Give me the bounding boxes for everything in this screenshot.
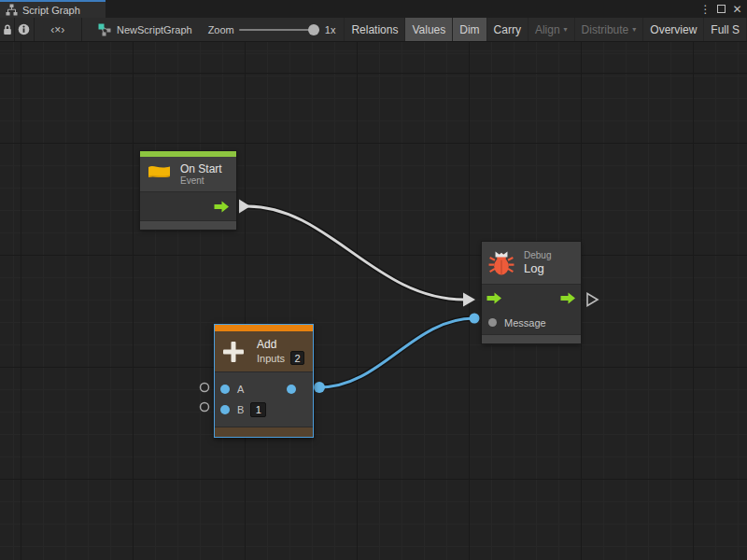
overview-button[interactable]: Overview [642,18,703,41]
debug-message-row: Message [482,311,581,334]
node-title: Add [257,338,304,351]
add-body: A B 1 [215,371,313,427]
graph-asset-icon [98,23,111,36]
debug-log-header[interactable]: Debug Log [482,242,581,284]
lock-button[interactable] [0,18,15,41]
on-start-body [140,191,236,220]
node-debug-log[interactable]: Debug Log Message [482,242,581,343]
zoom-slider-handle[interactable] [308,24,319,35]
input-a-port[interactable] [220,385,230,394]
input-b-value-field[interactable]: 1 [250,402,266,417]
flow-input-port[interactable] [486,292,502,304]
input-a-label: A [237,384,244,395]
dim-button[interactable]: Dim [452,18,486,41]
add-port-a-row: A [215,379,313,399]
info-button[interactable] [15,18,35,41]
zoom-slider[interactable] [239,18,319,41]
add-inputs-row: Inputs 2 [257,351,304,365]
node-add[interactable]: Add Inputs 2 A B 1 [214,324,314,438]
window-titlebar: Script Graph ⋮ ✕ [0,0,747,18]
flow-output-port[interactable] [214,201,230,213]
flag-icon [147,163,171,186]
node-subtitle: Inputs [257,353,285,364]
node-on-start[interactable]: On Start Event [140,151,236,230]
window-menu-button[interactable]: ⋮ [698,0,713,18]
on-start-header[interactable]: On Start Event [140,157,236,191]
flow-output-port[interactable] [560,292,576,304]
close-icon: ✕ [732,4,741,15]
sum-output-port[interactable] [287,385,296,394]
chevron-down-icon: ▾ [564,26,568,34]
graph-canvas[interactable] [0,42,747,560]
graph-asset-reference[interactable]: NewScriptGraph [98,18,192,41]
tab-title: Script Graph [22,5,80,16]
window-controls: ⋮ ✕ [698,0,745,18]
debug-log-titles: Debug Log [524,250,551,275]
script-graph-window: Script Graph ⋮ ✕ ‹×› [0,0,747,560]
message-input-port[interactable] [488,318,497,327]
add-port-b-row: B 1 [215,399,313,420]
close-button[interactable]: ✕ [729,0,745,18]
debug-flow-row [482,285,581,311]
info-icon [18,23,30,35]
debug-log-footer [482,334,581,343]
bug-icon [488,249,514,277]
on-start-footer [140,220,236,230]
fullscreen-button[interactable]: Full S [703,18,747,41]
chevron-down-icon: ▾ [632,26,636,34]
lock-icon [2,23,13,35]
script-graph-tab-icon [6,4,18,16]
zoom-slider-track[interactable] [239,29,319,31]
code-toggle-button[interactable]: ‹×› [35,18,82,41]
add-footer [215,427,313,437]
distribute-dropdown[interactable]: Distribute ▾ [574,18,643,41]
graph-name-label: NewScriptGraph [117,24,192,35]
on-start-titles: On Start Event [180,162,222,187]
graph-toolbar: ‹×› NewScriptGraph Zoom 1x Relations Val… [0,18,747,42]
node-surtitle: Debug [524,250,551,261]
maximize-icon [717,5,726,13]
plus-icon [221,339,246,365]
maximize-button[interactable] [713,0,729,18]
debug-log-body: Message [482,284,581,334]
add-titles: Add Inputs 2 [257,338,304,365]
align-dropdown[interactable]: Align ▾ [528,18,574,41]
add-header[interactable]: Add Inputs 2 [215,331,313,371]
zoom-value: 1x [325,24,336,35]
values-button[interactable]: Values [404,18,452,41]
math-accent-bar [215,325,313,331]
zoom-label: Zoom [208,24,234,35]
message-port-label: Message [504,317,546,329]
toolbar-buttons: Relations Values Dim Carry Align ▾ Distr… [344,18,747,41]
tab-script-graph[interactable]: Script Graph [0,0,106,18]
code-toggle-icon: ‹×› [50,23,64,36]
carry-button[interactable]: Carry [486,18,528,41]
input-b-label: B [237,404,244,415]
input-b-port[interactable] [220,405,230,414]
node-title: Log [524,261,551,275]
node-title: On Start [180,162,222,175]
node-subtitle: Event [180,175,222,187]
relations-button[interactable]: Relations [344,18,404,41]
kebab-menu-icon: ⋮ [700,4,712,15]
inputs-count-stepper[interactable]: 2 [290,351,304,365]
